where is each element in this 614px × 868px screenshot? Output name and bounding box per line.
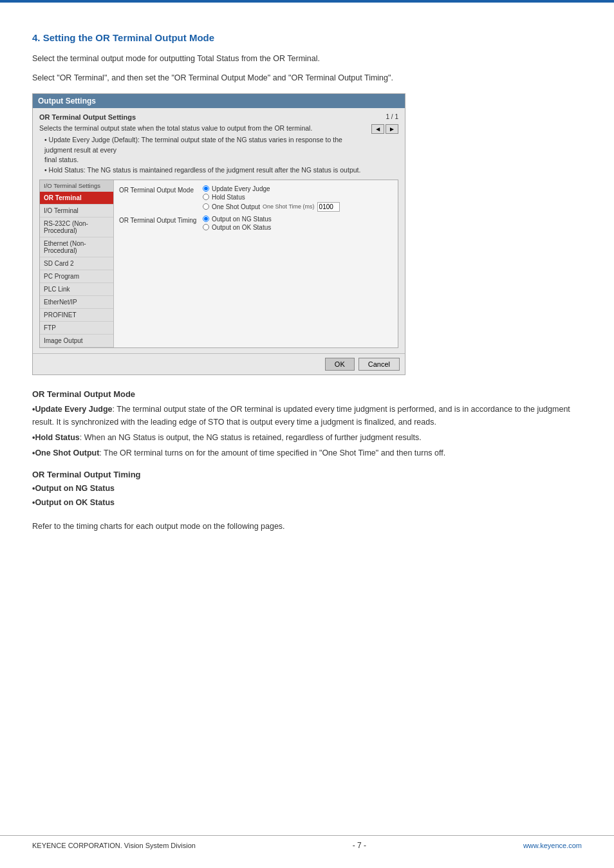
- dialog-subtitle: OR Terminal Output Settings: [39, 113, 366, 121]
- sidebar-item-profinet[interactable]: PROFINET: [40, 309, 113, 322]
- sidebar-item-plc-link[interactable]: PLC Link: [40, 283, 113, 296]
- dialog-desc-bullet1: • Update Every Judge (Default): The term…: [39, 135, 366, 156]
- sidebar-item-sd-card[interactable]: SD Card 2: [40, 257, 113, 270]
- timing-setting-row: OR Terminal Output Timing Output on NG S…: [119, 216, 393, 231]
- timing-label-ng: Output on NG Status: [212, 216, 272, 223]
- section-title-text: Setting the OR Terminal Output Mode: [43, 32, 214, 43]
- dialog-header-right: 1 / 1 ◄ ►: [366, 113, 398, 134]
- mode-option-update[interactable]: Update Every Judge: [203, 185, 340, 192]
- timing-label-ok: Output on OK Status: [212, 224, 271, 231]
- settings-sidebar: I/O Terminal Settings OR Terminal I/O Te…: [40, 180, 114, 347]
- timing-radio-ng[interactable]: [203, 216, 209, 222]
- timing-item-ok: •Output on OK Status: [32, 496, 582, 510]
- bullet-oneshot-bold: •One Shot Output: [32, 448, 99, 457]
- bullet-update-rest: : The terminal output state of the OR te…: [32, 405, 570, 427]
- timing-option-ng[interactable]: Output on NG Status: [203, 216, 272, 223]
- page-footer: KEYENCE CORPORATION. Vision System Divis…: [0, 835, 614, 855]
- ok-button[interactable]: OK: [325, 358, 355, 371]
- intro-text-2: Select "OR Terminal", and then set the "…: [32, 71, 582, 84]
- dialog-desc-bullet1b: final status.: [39, 155, 366, 165]
- mode-label-oneshot: One Shot Output: [212, 203, 260, 210]
- bullet-oneshot-rest: : The OR terminal turns on for the amoun…: [99, 448, 445, 457]
- timing-options: Output on NG Status Output on OK Status: [203, 216, 272, 231]
- bullet-update-bold: •Update Every Judge: [32, 405, 113, 414]
- cancel-button[interactable]: Cancel: [358, 358, 400, 371]
- dialog-title: Output Settings: [38, 97, 96, 106]
- footer-center: - 7 -: [353, 841, 366, 850]
- mode-body-section: OR Terminal Output Mode •Update Every Ju…: [32, 389, 582, 460]
- dialog-header-left: OR Terminal Output Settings Selects the …: [39, 113, 366, 176]
- page: 4. Setting the OR Terminal Output Mode S…: [0, 0, 614, 868]
- sidebar-item-image-output[interactable]: Image Output: [40, 335, 113, 347]
- dialog-desc-line1: Selects the terminal output state when t…: [39, 124, 366, 134]
- timing-radio-ok[interactable]: [203, 224, 209, 230]
- mode-options: Update Every Judge Hold Status One Sh: [203, 185, 340, 212]
- sidebar-item-ethernet[interactable]: Ethernet (Non-Procedural): [40, 237, 113, 257]
- timing-body-section: OR Terminal Output Timing •Output on NG …: [32, 470, 582, 510]
- timing-item-ng: •Output on NG Status: [32, 482, 582, 495]
- footer-right: www.keyence.com: [523, 842, 582, 849]
- prev-page-button[interactable]: ◄: [371, 124, 384, 134]
- mode-label: OR Terminal Output Mode: [119, 185, 203, 194]
- one-shot-inline: One Shot Output One Shot Time (ms): [212, 202, 340, 212]
- sidebar-subheader: I/O Terminal Settings: [40, 180, 113, 192]
- sidebar-item-pc-program[interactable]: PC Program: [40, 270, 113, 283]
- bullet-hold-rest: : When an NG Status is output, the NG st…: [80, 433, 422, 442]
- dialog-desc-bullet2: • Hold Status: The NG status is maintain…: [39, 165, 366, 176]
- top-bar: [0, 0, 614, 3]
- dialog-body: OR Terminal Output Settings Selects the …: [33, 108, 405, 353]
- dialog-footer: OK Cancel: [33, 353, 405, 374]
- page-nav[interactable]: ◄ ►: [371, 124, 398, 134]
- mode-setting-row: OR Terminal Output Mode Update Every Jud…: [119, 185, 393, 212]
- settings-content: OR Terminal Output Mode Update Every Jud…: [114, 180, 398, 347]
- sidebar-item-or-terminal[interactable]: OR Terminal: [40, 192, 113, 205]
- timing-body-title: OR Terminal Output Timing: [32, 470, 582, 479]
- one-shot-time-label: One Shot Time (ms): [263, 203, 315, 210]
- footer-left: KEYENCE CORPORATION. Vision System Divis…: [32, 842, 196, 849]
- mode-radio-oneshot[interactable]: [203, 203, 209, 210]
- mode-label-update: Update Every Judge: [212, 185, 270, 192]
- mode-option-hold[interactable]: Hold Status: [203, 194, 340, 201]
- timing-option-ok[interactable]: Output on OK Status: [203, 224, 272, 231]
- sidebar-item-io-terminal[interactable]: I/O Terminal: [40, 205, 113, 217]
- bullet-update: •Update Every Judge: The terminal output…: [32, 403, 582, 429]
- intro-text-1: Select the terminal output mode for outp…: [32, 52, 582, 65]
- sidebar-item-ethernetip[interactable]: EtherNet/IP: [40, 296, 113, 309]
- sidebar-item-rs232c[interactable]: RS-232C (Non-Procedural): [40, 217, 113, 237]
- dialog-header-area: OR Terminal Output Settings Selects the …: [39, 113, 398, 176]
- mode-body-title: OR Terminal Output Mode: [32, 389, 582, 399]
- bullet-oneshot: •One Shot Output: The OR terminal turns …: [32, 447, 582, 460]
- mode-label-hold: Hold Status: [212, 194, 245, 201]
- sidebar-item-ftp[interactable]: FTP: [40, 322, 113, 335]
- settings-panel: I/O Terminal Settings OR Terminal I/O Te…: [39, 180, 398, 348]
- mode-radio-update[interactable]: [203, 185, 209, 192]
- page-counter: 1 / 1: [386, 113, 398, 120]
- dialog-title-bar: Output Settings: [33, 94, 405, 108]
- timing-label: OR Terminal Output Timing: [119, 216, 203, 224]
- output-settings-dialog: Output Settings OR Terminal Output Setti…: [32, 93, 405, 375]
- bullet-hold-bold: •Hold Status: [32, 433, 80, 442]
- next-page-button[interactable]: ►: [386, 124, 398, 134]
- one-shot-input[interactable]: [317, 202, 340, 212]
- bullet-hold: •Hold Status: When an NG Status is outpu…: [32, 431, 582, 445]
- mode-option-oneshot[interactable]: One Shot Output One Shot Time (ms): [203, 202, 340, 212]
- mode-radio-hold[interactable]: [203, 194, 209, 200]
- section-number: 4.: [32, 32, 41, 43]
- refer-text: Refer to the timing charts for each outp…: [32, 520, 582, 533]
- section-title: 4. Setting the OR Terminal Output Mode: [32, 32, 582, 43]
